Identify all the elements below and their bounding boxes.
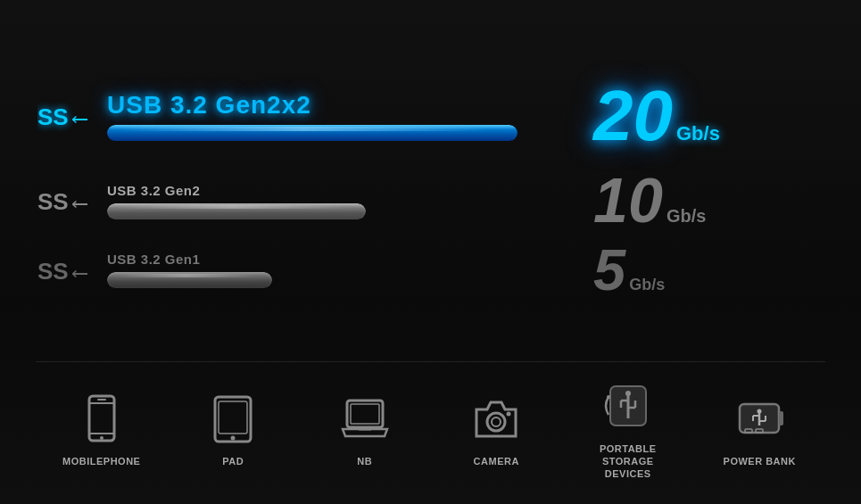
speed-value-gen2x2: 20 Gb/s — [593, 80, 772, 152]
ss-icon-gen1: SS ⟵ — [36, 252, 89, 288]
speeds-section: SS ⟵ USB 3.2 Gen2x2 20 Gb/s — [36, 18, 825, 361]
nb-icon — [335, 390, 393, 448]
camera-label: CAMERA — [474, 455, 519, 467]
svg-point-13 — [231, 436, 236, 441]
mobilephone-label: MOBILEPHONE — [62, 455, 140, 467]
svg-rect-11 — [215, 397, 251, 442]
row-right-gen2x2: 20 Gb/s — [593, 80, 825, 152]
speed-number-gen2: 10 — [593, 169, 663, 232]
speed-row-gen2x2: SS ⟵ USB 3.2 Gen2x2 20 Gb/s — [36, 80, 825, 152]
svg-point-35 — [758, 409, 762, 414]
portable-storage-icon — [599, 377, 657, 435]
svg-rect-29 — [779, 411, 783, 426]
mobilephone-icon — [72, 390, 130, 448]
svg-text:SS: SS — [37, 258, 69, 285]
speed-info-gen2x2: USB 3.2 Gen2x2 — [107, 91, 575, 141]
speed-label-gen2x2: USB 3.2 Gen2x2 — [107, 91, 575, 120]
row-left-gen1: SS ⟵ USB 3.2 Gen1 — [36, 252, 575, 288]
device-power-bank: POWER BANK — [710, 390, 808, 467]
row-right-gen2: 10 Gb/s — [593, 169, 825, 232]
svg-text:⟵: ⟵ — [71, 109, 87, 128]
progress-bar-gen1 — [107, 272, 272, 288]
nb-label: NB — [357, 455, 372, 467]
pad-icon — [204, 390, 262, 448]
device-portable-storage: PORTABLESTORAGEDEVICES — [579, 377, 677, 481]
device-nb: NB — [316, 390, 414, 467]
svg-point-26 — [625, 391, 631, 396]
device-camera: CAMERA — [447, 390, 545, 467]
svg-point-18 — [492, 417, 501, 426]
pad-label: PAD — [222, 455, 244, 467]
svg-point-9 — [100, 436, 103, 440]
speed-unit-gen1: Gb/s — [629, 276, 665, 294]
speed-value-gen2: 10 Gb/s — [593, 169, 772, 232]
row-right-gen1: 5 Gb/s — [593, 241, 825, 299]
svg-text:⟵: ⟵ — [71, 194, 87, 213]
speed-number-gen1: 5 — [593, 241, 625, 299]
device-pad: PAD — [184, 390, 282, 467]
svg-rect-12 — [219, 401, 247, 434]
main-container: SS ⟵ USB 3.2 Gen2x2 20 Gb/s — [0, 0, 861, 504]
progress-bar-gen2 — [107, 203, 366, 219]
svg-text:⟵: ⟵ — [71, 263, 87, 283]
speed-unit-gen2: Gb/s — [666, 206, 706, 227]
speed-unit-gen2x2: Gb/s — [676, 122, 720, 145]
camera-icon — [468, 390, 526, 448]
svg-text:SS: SS — [37, 103, 69, 130]
svg-rect-10 — [97, 399, 106, 401]
svg-point-27 — [607, 395, 610, 399]
speed-row-gen2: SS ⟵ USB 3.2 Gen2 10 Gb/s — [36, 169, 825, 232]
svg-text:SS: SS — [37, 188, 69, 215]
device-mobilephone: MOBILEPHONE — [53, 390, 151, 467]
row-left-gen2x2: SS ⟵ USB 3.2 Gen2x2 — [36, 91, 575, 141]
speed-number-gen2x2: 20 — [593, 80, 673, 152]
speed-label-gen1: USB 3.2 Gen1 — [107, 252, 575, 267]
svg-point-17 — [487, 413, 505, 431]
speed-value-gen1: 5 Gb/s — [593, 241, 772, 299]
svg-rect-15 — [351, 404, 379, 424]
ss-icon-gen2: SS ⟵ — [36, 183, 89, 219]
row-left-gen2: SS ⟵ USB 3.2 Gen2 — [36, 183, 575, 219]
ss-icon-gen2x2: SS ⟵ — [36, 98, 89, 134]
progress-bar-gen2x2 — [107, 125, 517, 141]
power-bank-icon — [731, 390, 789, 448]
power-bank-label: POWER BANK — [724, 455, 796, 467]
speed-info-gen1: USB 3.2 Gen1 — [107, 252, 575, 288]
svg-point-19 — [507, 412, 511, 417]
speed-info-gen2: USB 3.2 Gen2 — [107, 183, 575, 219]
portable-storage-label: PORTABLESTORAGEDEVICES — [600, 442, 657, 481]
speed-label-gen2: USB 3.2 Gen2 — [107, 183, 575, 198]
devices-section: MOBILEPHONE PAD — [36, 361, 825, 486]
speed-row-gen1: SS ⟵ USB 3.2 Gen1 5 Gb/s — [36, 241, 825, 299]
